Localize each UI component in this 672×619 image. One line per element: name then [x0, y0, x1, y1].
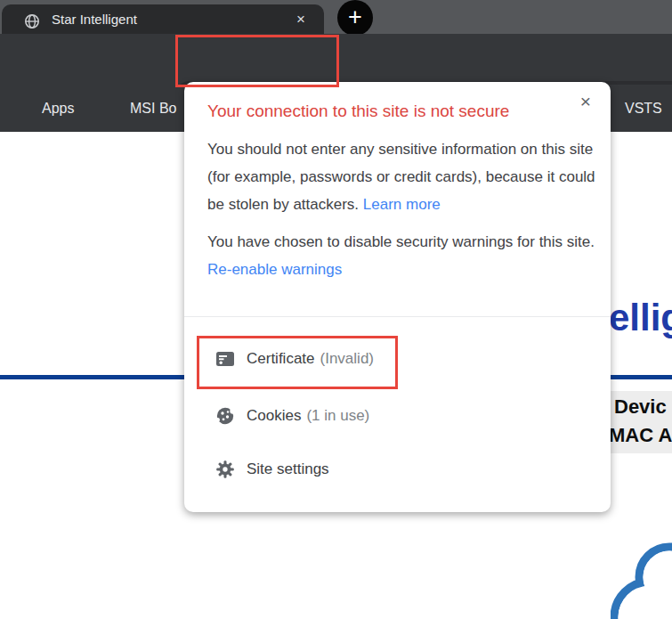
learn-more-link[interactable]: Learn more — [363, 196, 441, 213]
bookmark-vsts[interactable]: VSTS — [625, 85, 662, 132]
device-label: Devic — [614, 395, 667, 419]
re-enable-warnings-link[interactable]: Re-enable warnings — [207, 261, 342, 278]
popup-warning-text: You should not enter any sensitive infor… — [207, 135, 610, 218]
device-info-panel: Devic MAC A — [611, 391, 672, 453]
new-tab-button[interactable]: + — [337, 0, 373, 36]
popup-disable-text: You have chosen to disable security warn… — [207, 228, 610, 283]
site-info-popup: × Your connection to this site is not se… — [184, 82, 611, 512]
gear-icon — [215, 459, 236, 480]
tab-close-icon[interactable]: × — [290, 9, 312, 30]
browser-tab[interactable]: Star Intelligent × — [2, 4, 324, 34]
disable-paragraph: You have chosen to disable security warn… — [207, 233, 595, 250]
annotation-box-not-secure — [175, 35, 339, 87]
close-icon[interactable]: × — [573, 89, 598, 114]
bookmark-msi[interactable]: MSI Bo — [130, 85, 176, 132]
popup-title: Your connection to this site is not secu… — [207, 102, 509, 121]
bookmark-apps[interactable]: Apps — [42, 85, 74, 132]
mac-address-label: MAC A — [611, 424, 672, 447]
site-settings-label: Site settings — [247, 460, 329, 478]
tab-title: Star Intelligent — [52, 4, 137, 34]
annotation-box-certificate — [197, 336, 398, 389]
browser-window: Star Intelligent × + ← → — [0, 0, 672, 619]
tab-strip: Star Intelligent × + — [0, 0, 672, 34]
menu-item-site-settings[interactable]: Site settings — [184, 448, 611, 491]
menu-item-cookies[interactable]: Cookies (1 in use) — [184, 395, 611, 437]
cloud-graphic — [611, 533, 672, 619]
popup-divider — [184, 316, 611, 317]
cookie-icon — [215, 405, 236, 427]
page-title-fragment: ellig — [609, 297, 672, 339]
cookies-detail: (1 in use) — [306, 407, 369, 425]
globe-icon — [24, 13, 40, 29]
cookies-label: Cookies — [247, 407, 301, 425]
